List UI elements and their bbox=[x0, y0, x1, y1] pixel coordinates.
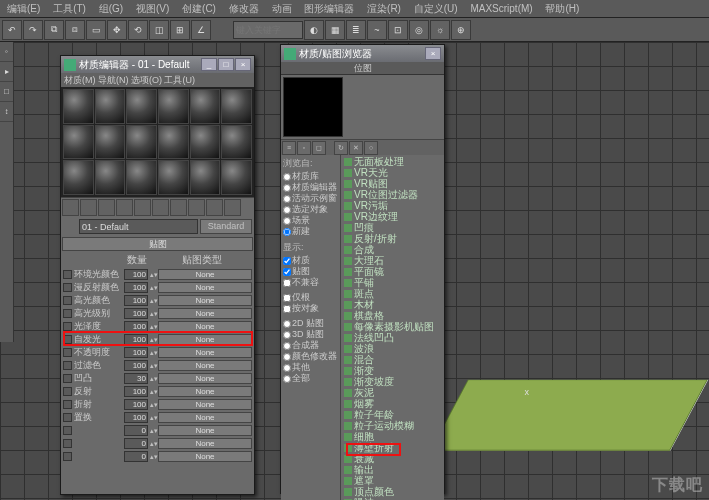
map-amount[interactable]: 100 bbox=[124, 412, 148, 423]
map-amount[interactable]: 100 bbox=[124, 269, 148, 280]
map-type-item[interactable]: 平面镜 bbox=[342, 266, 443, 277]
tool-scale-icon[interactable]: ◫ bbox=[149, 20, 169, 40]
map-amount[interactable]: 100 bbox=[124, 347, 148, 358]
filter-option[interactable]: 选定对象 bbox=[283, 204, 338, 215]
map-type-item[interactable]: 渐变坡度 bbox=[342, 376, 443, 387]
menu-create[interactable]: 创建(C) bbox=[177, 0, 221, 18]
tool-mat-icon[interactable]: ◐ bbox=[304, 20, 324, 40]
sample-slot[interactable] bbox=[126, 89, 157, 124]
clear-icon[interactable]: ○ bbox=[364, 141, 378, 155]
mated-titlebar[interactable]: 材质编辑器 - 01 - Default _ □ × bbox=[61, 56, 254, 73]
map-slot-button[interactable]: None bbox=[158, 347, 252, 358]
sample-slot[interactable] bbox=[63, 160, 94, 195]
map-checkbox[interactable] bbox=[63, 283, 72, 292]
filter-option[interactable]: 颜色修改器 bbox=[283, 351, 338, 362]
filter-option[interactable]: 不兼容 bbox=[283, 277, 338, 288]
sample-slot[interactable] bbox=[221, 160, 252, 195]
map-type-item[interactable]: 斑点 bbox=[342, 288, 443, 299]
filter-option[interactable]: 仅根 bbox=[283, 292, 338, 303]
sample-slot[interactable] bbox=[126, 125, 157, 160]
view-small-icon[interactable]: ▫ bbox=[297, 141, 311, 155]
map-slot-button[interactable]: None bbox=[158, 308, 252, 319]
menu-modifiers[interactable]: 修改器 bbox=[224, 0, 264, 18]
main-toolbar[interactable]: ↶ ↷ ⧉ ⧈ ▭ ✥ ⟲ ◫ ⊞ ∠ ◐ ▦ ≣ ~ ⊡ ◎ ☼ ⊕ bbox=[0, 18, 709, 42]
map-checkbox[interactable] bbox=[63, 322, 72, 331]
browser-close-button[interactable]: × bbox=[425, 47, 441, 60]
map-type-item[interactable]: 渐变 bbox=[342, 365, 443, 376]
filter-option[interactable]: 新建 bbox=[283, 226, 338, 237]
map-type-item[interactable]: VR边纹理 bbox=[342, 211, 443, 222]
material-samples[interactable] bbox=[61, 87, 254, 197]
map-checkbox[interactable] bbox=[63, 361, 72, 370]
menu-anim[interactable]: 动画 bbox=[267, 0, 297, 18]
map-slot-button[interactable]: None bbox=[158, 425, 252, 436]
map-type-item[interactable]: VR贴图 bbox=[342, 178, 443, 189]
menu-maxscript[interactable]: MAXScript(M) bbox=[465, 1, 537, 16]
tool-redo-icon[interactable]: ↷ bbox=[23, 20, 43, 40]
map-slot-button[interactable]: None bbox=[158, 373, 252, 384]
map-checkbox[interactable] bbox=[63, 387, 72, 396]
delete-icon[interactable]: ✕ bbox=[349, 141, 363, 155]
map-amount[interactable]: 100 bbox=[124, 399, 148, 410]
map-amount[interactable]: 100 bbox=[124, 360, 148, 371]
sample-slot[interactable] bbox=[190, 125, 221, 160]
map-checkbox[interactable] bbox=[63, 400, 72, 409]
map-type-item[interactable]: 平铺 bbox=[342, 277, 443, 288]
map-type-item[interactable]: 大理石 bbox=[342, 255, 443, 266]
map-type-item[interactable]: VR天光 bbox=[342, 167, 443, 178]
map-type-item[interactable]: 细胞 bbox=[342, 431, 443, 442]
map-slot-button[interactable]: None bbox=[158, 386, 252, 397]
view-large-icon[interactable]: ◻ bbox=[312, 141, 326, 155]
map-type-item[interactable]: 粒子运动模糊 bbox=[342, 420, 443, 431]
maps-rollout-header[interactable]: 贴图 bbox=[62, 237, 253, 251]
go-parent-icon[interactable] bbox=[224, 199, 241, 216]
update-icon[interactable]: ↻ bbox=[334, 141, 348, 155]
filter-option[interactable]: 其他 bbox=[283, 362, 338, 373]
menu-custom[interactable]: 自定义(U) bbox=[409, 0, 463, 18]
menu-group[interactable]: 组(G) bbox=[94, 0, 128, 18]
sample-slot[interactable] bbox=[221, 125, 252, 160]
map-type-item[interactable]: 遮罩 bbox=[342, 475, 443, 486]
map-amount[interactable]: 100 bbox=[124, 295, 148, 306]
tool-rotate-icon[interactable]: ⟲ bbox=[128, 20, 148, 40]
map-type-item[interactable]: 粒子年龄 bbox=[342, 409, 443, 420]
tool-schematic-icon[interactable]: ⊡ bbox=[388, 20, 408, 40]
map-checkbox[interactable] bbox=[63, 309, 72, 318]
show-map-icon[interactable] bbox=[188, 199, 205, 216]
filter-option[interactable]: 材质编辑器 bbox=[283, 182, 338, 193]
map-amount[interactable]: 0 bbox=[124, 451, 148, 462]
browser-map-list[interactable]: 无面板处理VR天光VR贴图VR位图过滤器VR污垢VR边纹理凹痕反射/折射合成大理… bbox=[341, 155, 444, 500]
menu-render[interactable]: 渲染(R) bbox=[362, 0, 406, 18]
filter-option[interactable]: 场景 bbox=[283, 215, 338, 226]
put-mat-icon[interactable] bbox=[80, 199, 97, 216]
sample-slot[interactable] bbox=[126, 160, 157, 195]
sample-slot[interactable] bbox=[158, 125, 189, 160]
map-checkbox[interactable] bbox=[63, 335, 72, 344]
sample-slot[interactable] bbox=[190, 89, 221, 124]
maximize-button[interactable]: □ bbox=[218, 58, 234, 71]
material-type-button[interactable]: Standard bbox=[200, 219, 252, 234]
left-tool-strip[interactable]: ◦▸□↕ bbox=[0, 42, 14, 342]
tool-angle-icon[interactable]: ∠ bbox=[191, 20, 211, 40]
sample-slot[interactable] bbox=[95, 125, 126, 160]
tool-curve-icon[interactable]: ~ bbox=[367, 20, 387, 40]
map-amount[interactable]: 100 bbox=[124, 321, 148, 332]
map-slot-button[interactable]: None bbox=[158, 360, 252, 371]
map-amount[interactable]: 100 bbox=[124, 386, 148, 397]
browser-toolbar[interactable]: ≡▫◻↻✕○ bbox=[281, 139, 444, 155]
sample-slot[interactable] bbox=[158, 89, 189, 124]
menu-graph[interactable]: 图形编辑器 bbox=[299, 0, 359, 18]
mated-toolbar[interactable] bbox=[61, 197, 254, 217]
map-type-item[interactable]: VR污垢 bbox=[342, 200, 443, 211]
map-amount[interactable]: 30 bbox=[124, 373, 148, 384]
material-name-input[interactable] bbox=[79, 219, 198, 234]
tool-render-icon[interactable]: ▦ bbox=[325, 20, 345, 40]
map-slot-button[interactable]: None bbox=[158, 321, 252, 332]
browser-titlebar[interactable]: 材质/贴图浏览器 × bbox=[281, 45, 444, 62]
tool-link-icon[interactable]: ⧉ bbox=[44, 20, 64, 40]
tool-undo-icon[interactable]: ↶ bbox=[2, 20, 22, 40]
sample-slot[interactable] bbox=[190, 160, 221, 195]
view-list-icon[interactable]: ≡ bbox=[282, 141, 296, 155]
map-checkbox[interactable] bbox=[63, 348, 72, 357]
eyedropper-icon[interactable] bbox=[63, 220, 77, 234]
